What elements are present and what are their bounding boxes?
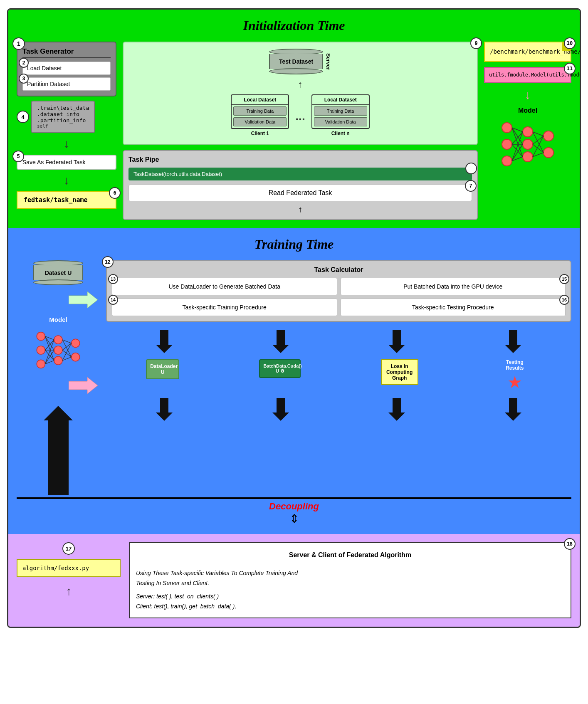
cyl-bottom bbox=[269, 68, 323, 74]
svg-point-5 bbox=[523, 152, 533, 162]
right-col: 10 /benchmark/benchmark_name/model/model… bbox=[484, 42, 571, 169]
num-10: 10 bbox=[564, 37, 576, 49]
svg-marker-49 bbox=[272, 330, 289, 353]
tc-grid: 13 Use DataLoader to Generate Batched Da… bbox=[112, 278, 566, 316]
task-pipe-box: Task Pipe 8 TaskDataset(torch.utils.data… bbox=[123, 150, 478, 220]
arrow-head-up bbox=[44, 406, 73, 420]
local2-sub2: Validation Data bbox=[314, 117, 367, 126]
svg-point-31 bbox=[72, 353, 80, 361]
partition-dataset-item: 3 Partition Dataset bbox=[22, 77, 111, 91]
svg-point-7 bbox=[544, 148, 553, 158]
main-container: Initialization Time 1 Task Generator 2 L… bbox=[7, 8, 581, 628]
dataloader-output: DataLoaderU bbox=[146, 359, 179, 379]
arrow-down-1: ↓ bbox=[17, 137, 116, 151]
arrow-dataset-to-calc bbox=[69, 291, 98, 310]
num-14: 14 bbox=[108, 295, 118, 305]
local1-sub1: Training Data bbox=[233, 106, 287, 116]
task-generator-title: Task Generator bbox=[22, 47, 111, 58]
local1-sub2: Validation Data bbox=[233, 117, 287, 126]
output-arrows-row bbox=[106, 398, 571, 421]
algo-arrow: → bbox=[62, 586, 75, 598]
num-3: 3 bbox=[19, 74, 29, 84]
svg-line-18 bbox=[533, 132, 544, 153]
init-title: Initialization Time bbox=[17, 18, 571, 33]
num-15: 15 bbox=[559, 274, 569, 284]
arrow-shaft-up bbox=[48, 420, 69, 495]
num-4: 4 bbox=[17, 111, 29, 123]
tc-arrows-row bbox=[106, 330, 571, 353]
batchdata-output: BatchData.Cuda()U ⚙ bbox=[259, 359, 301, 378]
model-label-training: Model bbox=[49, 316, 67, 323]
algo-left: 17 algorithm/fedxxx.py → bbox=[17, 542, 121, 599]
left-col: 1 Task Generator 2 Load Dataset 3 Partit… bbox=[17, 42, 116, 209]
num-7: 7 bbox=[465, 180, 477, 192]
loss-output: Loss inComputingGraph bbox=[381, 359, 418, 385]
svg-marker-48 bbox=[156, 330, 173, 353]
arrow-down-2: ↓ bbox=[17, 174, 116, 187]
dataloader-icon: DataLoaderU bbox=[146, 359, 179, 379]
svg-marker-50 bbox=[388, 330, 405, 353]
svg-point-6 bbox=[544, 131, 553, 141]
load-dataset-item: 2 Load Dataset bbox=[22, 62, 111, 75]
arrow-down-2-tc bbox=[272, 330, 289, 353]
dataset-u-label: Dataset U bbox=[33, 265, 83, 280]
svg-point-26 bbox=[37, 360, 45, 368]
save-federated-box: 5 Save As Federated Task bbox=[17, 155, 116, 170]
dots: ... bbox=[295, 110, 305, 123]
pink-arrow: ↓ bbox=[484, 88, 571, 102]
read-federated-box: 7 Read Federated Task bbox=[128, 185, 472, 201]
tc-title: Task Calculator bbox=[112, 266, 566, 274]
decoupling-row bbox=[17, 497, 571, 499]
algo-content: 17 algorithm/fedxxx.py → 18 Server & Cli… bbox=[17, 542, 571, 618]
arrow-down-o1 bbox=[156, 398, 173, 421]
svg-marker-47 bbox=[69, 377, 98, 394]
loss-icon: Loss inComputingGraph bbox=[381, 359, 418, 385]
svg-point-3 bbox=[523, 127, 533, 137]
training-title: Training Time bbox=[17, 237, 571, 252]
svg-marker-51 bbox=[505, 330, 521, 353]
arrow-down-o3 bbox=[388, 398, 405, 421]
svg-line-43 bbox=[62, 343, 72, 350]
algo-path-box: algorithm/fedxxx.py bbox=[17, 559, 121, 577]
svg-marker-54 bbox=[388, 398, 405, 421]
decoupling-label: Decoupling bbox=[269, 501, 319, 512]
algo-desc-line1: Using These Task-specific Variables To C… bbox=[136, 568, 564, 578]
svg-marker-23 bbox=[69, 291, 98, 308]
tc-cell-15: 15 Put Batched Data into the GPU device bbox=[341, 278, 566, 295]
algo-server-line: Server: test( ), test_on_clients( ) bbox=[136, 592, 564, 602]
middle-col: 9 Test Dataset Server ↑ bbox=[123, 42, 478, 220]
fedtask-bar: 6 fedtask/task_name bbox=[17, 191, 116, 209]
svg-point-0 bbox=[502, 123, 512, 133]
svg-line-45 bbox=[62, 343, 72, 361]
datasets-area: 9 Test Dataset Server ↑ bbox=[123, 42, 478, 145]
tc-cell-13: 13 Use DataLoader to Generate Batched Da… bbox=[112, 278, 337, 295]
num-5: 5 bbox=[12, 151, 24, 162]
svg-marker-53 bbox=[272, 398, 289, 421]
tc-cell-16: 16 Task-specific Testing Procedure bbox=[341, 299, 566, 316]
svg-point-28 bbox=[54, 346, 62, 354]
svg-point-25 bbox=[37, 346, 45, 354]
task-generator-box: 1 Task Generator 2 Load Dataset 3 Partit… bbox=[17, 42, 116, 96]
algorithm-section: 17 algorithm/fedxxx.py → 18 Server & Cli… bbox=[8, 534, 580, 627]
file-path-box: 10 /benchmark/benchmark_name/model/model… bbox=[484, 42, 571, 62]
training-content: Dataset U Model bbox=[17, 260, 571, 495]
batchdata-icon: BatchData.Cuda()U ⚙ bbox=[259, 359, 301, 378]
init-section: Initialization Time 1 Task Generator 2 L… bbox=[8, 10, 580, 228]
algo-desc-line2: Testing In Server and Client. bbox=[136, 578, 564, 588]
hollow-arrow-pink bbox=[69, 377, 98, 394]
client1-label: Client 1 bbox=[250, 129, 271, 138]
testing-label: Testing Results bbox=[498, 359, 531, 371]
algo-num-row: 17 bbox=[62, 542, 75, 555]
neural-net-training bbox=[31, 329, 85, 371]
local-dataset-1-box: Local Dataset Training Data Validation D… bbox=[231, 94, 289, 129]
arrow-fedtask-to-pipe: ↑ bbox=[128, 205, 472, 214]
task-calculator-box: 12 Task Calculator 13 Use DataLoader to … bbox=[106, 260, 571, 322]
local-dataset-n-box: Local Dataset Training Data Validation D… bbox=[311, 94, 370, 129]
test-dataset-label: Test Dataset bbox=[269, 54, 323, 69]
num-6: 6 bbox=[109, 187, 121, 199]
svg-line-44 bbox=[62, 350, 72, 357]
big-up-arrow-col bbox=[44, 406, 73, 495]
num-18: 18 bbox=[564, 538, 576, 550]
task-pipe-title: Task Pipe bbox=[128, 156, 472, 163]
svg-point-4 bbox=[523, 139, 533, 149]
